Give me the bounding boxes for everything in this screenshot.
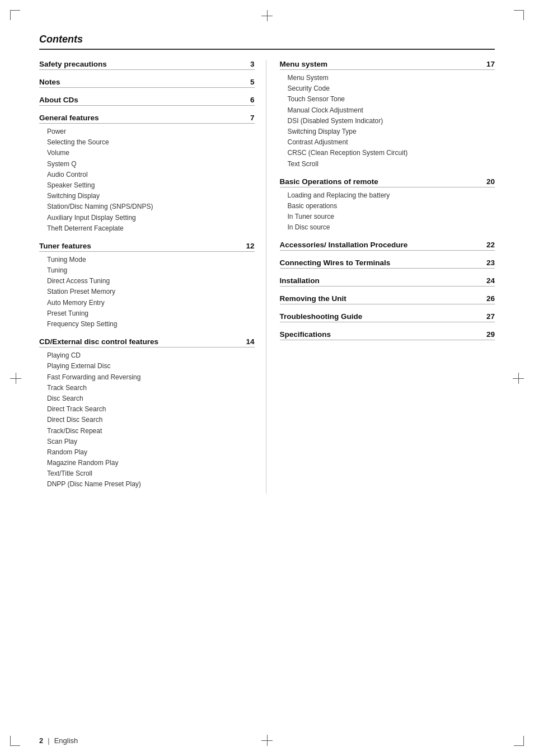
section-title-right-5: Removing the Unit: [280, 294, 346, 303]
section-page-right-4: 24: [486, 276, 495, 285]
section-header-right-2: Accessories/ Installation Procedure22: [280, 241, 495, 251]
section-page-left-5: 14: [246, 337, 254, 346]
sub-item: Switching Display: [47, 191, 255, 201]
footer-language: English: [54, 736, 78, 745]
sub-item: Playing CD: [47, 350, 255, 361]
sub-item: Text/Title Scroll: [47, 468, 255, 479]
section-title-right-2: Accessories/ Installation Procedure: [280, 241, 408, 249]
sub-item: Playing External Disc: [47, 361, 255, 372]
sub-item: Magazine Random Play: [47, 458, 255, 468]
section-page-right-7: 29: [486, 330, 495, 339]
sub-item: Basic operations: [288, 201, 495, 212]
section-page-right-5: 26: [486, 294, 495, 303]
section-page-left-3: 7: [250, 114, 255, 122]
section-title-left-3: General features: [39, 114, 99, 122]
sub-item: Preset Tuning: [47, 308, 255, 319]
sub-item: Tuning: [47, 265, 255, 276]
sub-item: Manual Clock Adjustment: [288, 105, 495, 116]
sub-item: Selecting the Source: [47, 137, 255, 148]
section-title-left-1: Notes: [39, 78, 60, 86]
footer-divider: |: [48, 736, 49, 745]
two-column-layout: Safety precautions3Notes5About CDs6Gener…: [39, 60, 495, 494]
corner-mark-bl: [10, 736, 20, 746]
section-header-left-3: General features7: [39, 114, 255, 124]
sub-item: Direct Access Tuning: [47, 276, 255, 287]
page-wrapper: Contents Safety precautions3Notes5About …: [0, 0, 534, 756]
sub-item: Direct Track Search: [47, 404, 255, 415]
section-page-left-1: 5: [250, 78, 255, 86]
sub-items-right-0: Menu SystemSecurity CodeTouch Sensor Ton…: [288, 73, 495, 170]
section-title-right-7: Specifications: [280, 330, 331, 339]
section-header-right-7: Specifications29: [280, 330, 495, 340]
section-title-left-5: CD/External disc control features: [39, 337, 158, 346]
sub-items-right-1: Loading and Replacing the batteryBasic o…: [288, 190, 495, 233]
section-page-right-0: 17: [486, 60, 495, 68]
page-title: Contents: [39, 34, 495, 50]
sub-item: Power: [47, 126, 255, 137]
section-title-right-3: Connecting Wires to Terminals: [280, 259, 391, 267]
sub-item: Disc Search: [47, 393, 255, 404]
corner-mark-tl: [10, 10, 20, 20]
sub-item: In Disc source: [288, 222, 495, 233]
sub-item: CRSC (Clean Reception System Circuit): [288, 148, 495, 158]
section-title-right-4: Installation: [280, 276, 320, 285]
sub-item: Volume: [47, 148, 255, 158]
section-page-right-2: 22: [486, 241, 495, 249]
section-title-left-2: About CDs: [39, 96, 78, 104]
sub-item: Tuning Mode: [47, 255, 255, 265]
sub-item: Fast Forwarding and Reversing: [47, 372, 255, 383]
sub-item: Track/Disc Repeat: [47, 426, 255, 436]
section-header-right-6: Troubleshooting Guide27: [280, 312, 495, 322]
section-header-right-1: Basic Operations of remote20: [280, 177, 495, 187]
section-page-left-2: 6: [250, 96, 255, 104]
sub-item: Frequency Step Setting: [47, 319, 255, 330]
section-header-left-0: Safety precautions3: [39, 60, 255, 70]
section-header-right-4: Installation24: [280, 276, 495, 287]
sub-items-left-3: PowerSelecting the SourceVolumeSystem QA…: [47, 126, 255, 234]
sub-item: Security Code: [288, 83, 495, 94]
sub-item: In Tuner source: [288, 212, 495, 222]
sub-items-left-4: Tuning ModeTuningDirect Access TuningSta…: [47, 255, 255, 330]
sub-item: Loading and Replacing the battery: [288, 190, 495, 201]
center-cross-right: [513, 373, 524, 384]
sub-item: Audio Control: [47, 170, 255, 180]
section-title-right-6: Troubleshooting Guide: [280, 312, 363, 321]
section-header-right-5: Removing the Unit26: [280, 294, 495, 304]
sub-item: Direct Disc Search: [47, 415, 255, 425]
sub-item: Text Scroll: [288, 159, 495, 170]
section-page-right-1: 20: [486, 177, 495, 186]
sub-item: Scan Play: [47, 436, 255, 447]
sub-item: Switching Display Type: [288, 126, 495, 137]
sub-item: Menu System: [288, 73, 495, 83]
section-header-right-3: Connecting Wires to Terminals23: [280, 259, 495, 269]
sub-items-left-5: Playing CDPlaying External DiscFast Forw…: [47, 350, 255, 490]
sub-item: Theft Deterrent Faceplate: [47, 223, 255, 234]
center-cross-left: [10, 373, 21, 384]
sub-item: System Q: [47, 159, 255, 170]
corner-mark-br: [514, 736, 524, 746]
section-page-left-0: 3: [250, 60, 255, 68]
section-title-right-1: Basic Operations of remote: [280, 177, 378, 186]
sub-item: Auto Memory Entry: [47, 298, 255, 308]
center-cross-bottom: [261, 735, 273, 746]
section-title-right-0: Menu system: [280, 60, 328, 68]
main-content: Contents Safety precautions3Notes5About …: [0, 0, 534, 731]
left-column: Safety precautions3Notes5About CDs6Gener…: [39, 60, 266, 494]
section-header-left-1: Notes5: [39, 78, 255, 88]
sub-item: Speaker Setting: [47, 180, 255, 191]
section-title-left-4: Tuner features: [39, 242, 91, 250]
sub-item: Random Play: [47, 447, 255, 458]
section-page-right-3: 23: [486, 259, 495, 267]
section-header-left-2: About CDs6: [39, 96, 255, 106]
section-header-left-4: Tuner features12: [39, 242, 255, 252]
sub-item: Touch Sensor Tone: [288, 94, 495, 105]
corner-mark-tr: [514, 10, 524, 20]
sub-item: Station/Disc Naming (SNPS/DNPS): [47, 201, 255, 212]
sub-item: Track Search: [47, 383, 255, 393]
section-header-right-0: Menu system17: [280, 60, 495, 70]
section-header-left-5: CD/External disc control features14: [39, 337, 255, 348]
section-title-left-0: Safety precautions: [39, 60, 107, 68]
sub-item: DSI (Disabled System Indicator): [288, 116, 495, 126]
footer-page-number: 2: [39, 736, 43, 745]
sub-item: Contrast Adjustment: [288, 137, 495, 148]
